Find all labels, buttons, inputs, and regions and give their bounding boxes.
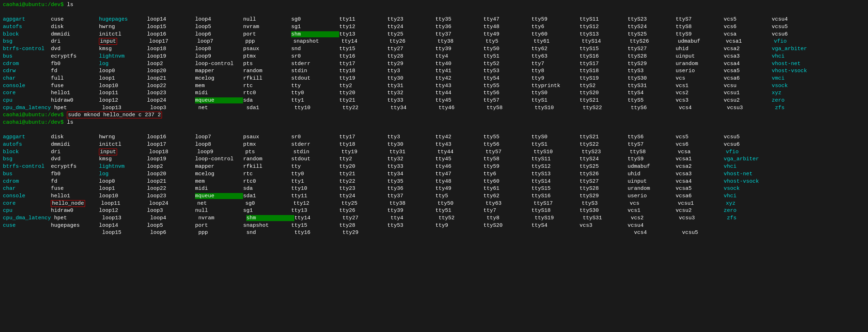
cmd-text-2: sudo mknod hello_node c 237 2 [64,112,162,118]
prompt-text-1: caohai@ubuntu:/dev$ [3,2,64,8]
cmd-text-3: ls [64,119,73,125]
cmd-text-1: ls [64,2,73,8]
prompt-line-1: caohai@ubuntu:/dev$ ls [3,1,865,9]
prompt-line-2: caohai@ubuntu:/dev$ sudo mknod hello_nod… [3,112,865,119]
ls-output-2: agpgart disk hwrng loop16 loop7 psaux sr… [3,127,865,237]
prompt-text-3: caohai@ubuntu:/dev$ [3,119,64,125]
prompt-text-2: caohai@ubuntu:/dev$ [3,112,64,118]
terminal: caohai@ubuntu:/dev$ ls agpgart cuse huge… [0,0,868,332]
prompt-line-3: caohai@ubuntu:/dev$ ls [3,119,865,127]
ls-output-1: agpgart cuse hugepages loop14 loop4 null… [3,9,865,112]
